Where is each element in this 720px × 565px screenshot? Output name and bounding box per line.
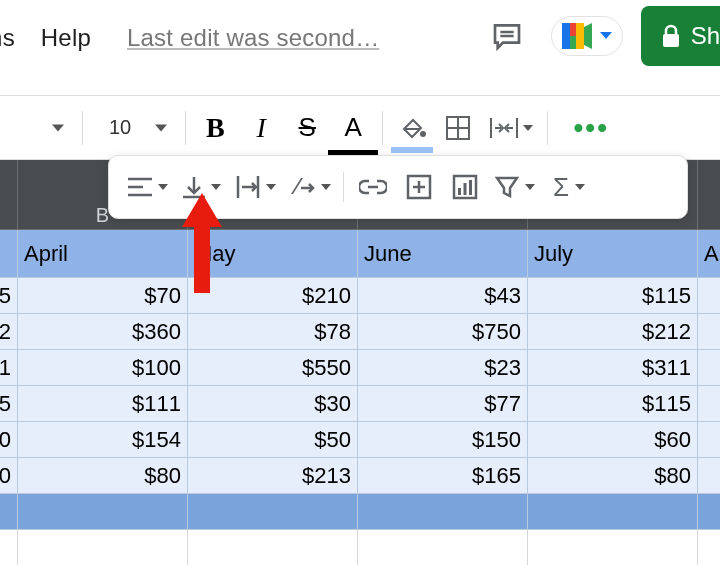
caret-down-icon [600,32,612,40]
menu-item-help[interactable]: Help [41,24,91,52]
cell[interactable]: $213 [188,458,358,494]
cell[interactable] [528,494,698,530]
caret-down-icon [52,124,64,132]
add-comment-icon [406,174,432,200]
comments-button[interactable] [481,12,533,60]
cell[interactable] [188,494,358,530]
share-button[interactable]: Sh [641,6,720,66]
cell[interactable]: $30 [188,386,358,422]
cell[interactable] [698,494,720,530]
caret-down-icon [211,184,221,190]
cell[interactable]: 00 [0,458,18,494]
insert-comment-button[interactable] [396,164,442,210]
menu-item-extensions[interactable]: ions [0,24,15,52]
text-color-button[interactable]: A [330,105,376,151]
strikethrough-button[interactable]: S [284,105,330,151]
cell[interactable]: $111 [18,386,188,422]
cell[interactable]: $115 [528,278,698,314]
cell[interactable]: April [18,230,188,278]
cell[interactable] [358,494,528,530]
cell[interactable]: $23 [358,350,528,386]
bold-button[interactable]: B [192,105,238,151]
table-row: 15 $70 $210 $43 $115 [0,278,720,314]
cell[interactable]: June [358,230,528,278]
spreadsheet[interactable]: B April May June July A 15 $70 $210 $43 … [0,160,720,565]
cell[interactable]: $80 [528,458,698,494]
cell[interactable] [698,422,720,458]
cell[interactable] [358,530,528,565]
cell[interactable] [698,278,720,314]
cell[interactable] [698,386,720,422]
svg-rect-0 [562,23,570,49]
more-toolbar-button[interactable]: ••• [568,105,614,151]
cell[interactable] [0,230,18,278]
cell[interactable]: $154 [18,422,188,458]
cell[interactable] [698,530,720,565]
meet-icon [562,23,594,49]
cell[interactable]: $550 [188,350,358,386]
text-wrap-button[interactable] [229,164,283,210]
cell[interactable] [0,530,18,565]
cell[interactable]: $115 [528,386,698,422]
font-size-value: 10 [109,116,131,139]
cell[interactable] [698,350,720,386]
cell[interactable]: July [528,230,698,278]
cell[interactable]: $165 [358,458,528,494]
caret-down-icon [523,125,533,131]
column-header[interactable] [698,160,720,230]
cell[interactable]: 50 [0,422,18,458]
meet-button[interactable] [551,16,623,56]
cell[interactable]: 15 [0,278,18,314]
separator [382,111,383,145]
cell[interactable] [528,530,698,565]
cell[interactable] [698,458,720,494]
insert-chart-button[interactable] [442,164,488,210]
cell[interactable]: $43 [358,278,528,314]
column-header[interactable] [0,160,18,230]
cell[interactable] [18,530,188,565]
font-size-selector[interactable]: 10 [109,116,167,139]
cell[interactable]: $150 [358,422,528,458]
cell[interactable]: $77 [358,386,528,422]
table-row: 50 $154 $50 $150 $60 [0,422,720,458]
menu-bar: ions Help Last edit was second… Sh [0,0,720,96]
cell[interactable] [188,530,358,565]
cell[interactable]: $50 [188,422,358,458]
cell[interactable]: $212 [528,314,698,350]
caret-down-icon [266,184,276,190]
table-row: 12 $360 $78 $750 $212 [0,314,720,350]
font-family-dropdown[interactable] [40,105,76,151]
cell[interactable]: $360 [18,314,188,350]
share-label: Sh [691,22,720,50]
cell[interactable] [698,314,720,350]
last-edit-link[interactable]: Last edit was second… [127,24,379,52]
cell[interactable]: $100 [18,350,188,386]
cell[interactable]: $78 [188,314,358,350]
toolbar: 10 B I S A ••• [0,96,720,160]
horizontal-align-button[interactable] [121,164,175,210]
cell[interactable] [0,494,18,530]
cell[interactable]: 15 [0,386,18,422]
cell[interactable]: 1 [0,350,18,386]
cell[interactable] [18,494,188,530]
insert-link-button[interactable] [350,164,396,210]
text-rotate-button[interactable] [283,164,337,210]
svg-rect-4 [663,34,679,47]
table-header-row: April May June July A [0,230,720,278]
italic-button[interactable]: I [238,105,284,151]
cell[interactable]: $311 [528,350,698,386]
separator [547,111,548,145]
cell[interactable]: $70 [18,278,188,314]
cell[interactable]: 12 [0,314,18,350]
filter-button[interactable] [488,164,542,210]
cell[interactable]: $80 [18,458,188,494]
cell[interactable]: $750 [358,314,528,350]
cell[interactable]: A [698,230,720,278]
sigma-icon: Σ [553,172,569,203]
borders-button[interactable] [435,105,481,151]
merge-cells-button[interactable] [481,105,541,151]
functions-button[interactable]: Σ [542,164,596,210]
svg-rect-3 [576,23,584,49]
fill-color-button[interactable] [389,105,435,151]
cell[interactable]: $60 [528,422,698,458]
